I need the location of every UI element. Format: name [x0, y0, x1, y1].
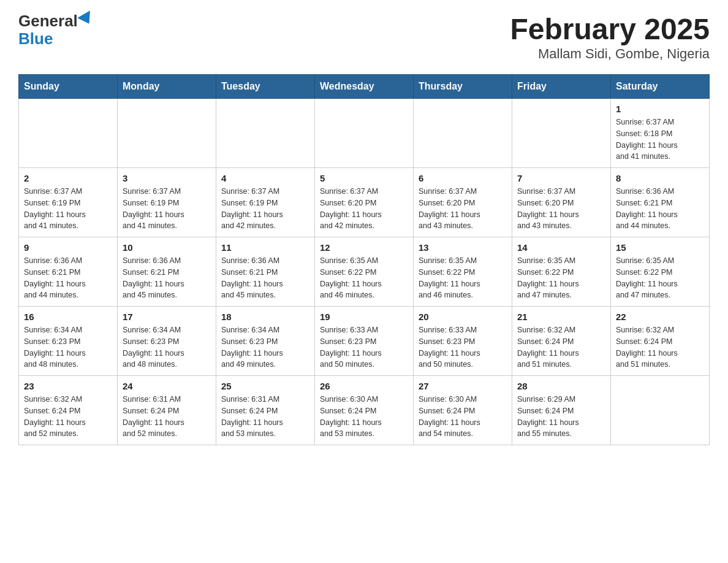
calendar-cell: 24Sunrise: 6:31 AMSunset: 6:24 PMDayligh…: [118, 376, 216, 445]
day-number: 10: [123, 242, 211, 253]
day-info: Sunrise: 6:36 AMSunset: 6:21 PMDaylight:…: [24, 255, 112, 301]
day-info: Sunrise: 6:34 AMSunset: 6:23 PMDaylight:…: [123, 324, 211, 370]
calendar-cell: 23Sunrise: 6:32 AMSunset: 6:24 PMDayligh…: [19, 376, 118, 445]
calendar-cell: 8Sunrise: 6:36 AMSunset: 6:21 PMDaylight…: [611, 168, 710, 237]
logo-general-text: General: [18, 12, 78, 30]
day-info: Sunrise: 6:37 AMSunset: 6:18 PMDaylight:…: [616, 117, 704, 163]
day-info: Sunrise: 6:35 AMSunset: 6:22 PMDaylight:…: [419, 255, 507, 301]
day-info: Sunrise: 6:32 AMSunset: 6:24 PMDaylight:…: [517, 324, 605, 370]
calendar-cell: 12Sunrise: 6:35 AMSunset: 6:22 PMDayligh…: [315, 237, 414, 307]
calendar-cell: [414, 99, 512, 168]
day-info: Sunrise: 6:32 AMSunset: 6:24 PMDaylight:…: [24, 394, 112, 440]
header-tuesday: Tuesday: [216, 75, 315, 99]
logo-triangle-icon: [77, 11, 96, 28]
header-sunday: Sunday: [19, 75, 118, 99]
location-subtitle: Mallam Sidi, Gombe, Nigeria: [510, 46, 710, 62]
day-number: 18: [221, 312, 309, 322]
week-row-4: 16Sunrise: 6:34 AMSunset: 6:23 PMDayligh…: [19, 307, 710, 376]
day-info: Sunrise: 6:35 AMSunset: 6:22 PMDaylight:…: [320, 255, 408, 301]
calendar-cell: 15Sunrise: 6:35 AMSunset: 6:22 PMDayligh…: [611, 237, 710, 307]
day-info: Sunrise: 6:29 AMSunset: 6:24 PMDaylight:…: [517, 394, 605, 440]
day-number: 21: [517, 312, 605, 322]
day-info: Sunrise: 6:34 AMSunset: 6:23 PMDaylight:…: [221, 324, 309, 370]
calendar-cell: 22Sunrise: 6:32 AMSunset: 6:24 PMDayligh…: [611, 307, 710, 376]
calendar-cell: [315, 99, 414, 168]
calendar-cell: 28Sunrise: 6:29 AMSunset: 6:24 PMDayligh…: [512, 376, 611, 445]
day-number: 28: [517, 381, 605, 391]
calendar-cell: 5Sunrise: 6:37 AMSunset: 6:20 PMDaylight…: [315, 168, 414, 237]
header-wednesday: Wednesday: [315, 75, 414, 99]
day-number: 9: [24, 242, 112, 253]
day-info: Sunrise: 6:31 AMSunset: 6:24 PMDaylight:…: [123, 394, 211, 440]
day-number: 4: [221, 173, 309, 183]
week-row-3: 9Sunrise: 6:36 AMSunset: 6:21 PMDaylight…: [19, 237, 710, 307]
day-number: 2: [24, 173, 112, 183]
day-number: 20: [419, 312, 507, 322]
day-number: 12: [320, 242, 408, 253]
day-info: Sunrise: 6:36 AMSunset: 6:21 PMDaylight:…: [616, 186, 704, 232]
day-number: 3: [123, 173, 211, 183]
day-number: 7: [517, 173, 605, 183]
calendar-cell: 6Sunrise: 6:37 AMSunset: 6:20 PMDaylight…: [414, 168, 512, 237]
calendar-cell: [216, 99, 315, 168]
day-info: Sunrise: 6:30 AMSunset: 6:24 PMDaylight:…: [419, 394, 507, 440]
calendar-cell: 25Sunrise: 6:31 AMSunset: 6:24 PMDayligh…: [216, 376, 315, 445]
header-monday: Monday: [118, 75, 216, 99]
calendar-cell: 26Sunrise: 6:30 AMSunset: 6:24 PMDayligh…: [315, 376, 414, 445]
header-thursday: Thursday: [414, 75, 512, 99]
calendar-cell: [19, 99, 118, 168]
calendar-title: February 2025: [510, 12, 710, 46]
header-friday: Friday: [512, 75, 611, 99]
day-info: Sunrise: 6:37 AMSunset: 6:19 PMDaylight:…: [123, 186, 211, 232]
calendar-cell: 10Sunrise: 6:36 AMSunset: 6:21 PMDayligh…: [118, 237, 216, 307]
calendar-cell: [611, 376, 710, 445]
day-info: Sunrise: 6:36 AMSunset: 6:21 PMDaylight:…: [123, 255, 211, 301]
day-info: Sunrise: 6:37 AMSunset: 6:19 PMDaylight:…: [24, 186, 112, 232]
day-number: 19: [320, 312, 408, 322]
logo: General Blue: [18, 12, 94, 47]
calendar-cell: 11Sunrise: 6:36 AMSunset: 6:21 PMDayligh…: [216, 237, 315, 307]
day-number: 11: [221, 242, 309, 253]
day-info: Sunrise: 6:33 AMSunset: 6:23 PMDaylight:…: [419, 324, 507, 370]
day-number: 25: [221, 381, 309, 391]
day-info: Sunrise: 6:37 AMSunset: 6:20 PMDaylight:…: [320, 186, 408, 232]
calendar-cell: [512, 99, 611, 168]
title-block: February 2025 Mallam Sidi, Gombe, Nigeri…: [510, 12, 710, 62]
calendar-cell: 20Sunrise: 6:33 AMSunset: 6:23 PMDayligh…: [414, 307, 512, 376]
calendar-cell: 17Sunrise: 6:34 AMSunset: 6:23 PMDayligh…: [118, 307, 216, 376]
page-header: General Blue February 2025 Mallam Sidi, …: [18, 12, 710, 62]
calendar-cell: 1Sunrise: 6:37 AMSunset: 6:18 PMDaylight…: [611, 99, 710, 168]
calendar-cell: 16Sunrise: 6:34 AMSunset: 6:23 PMDayligh…: [19, 307, 118, 376]
logo-blue-text: Blue: [18, 30, 94, 48]
header-saturday: Saturday: [611, 75, 710, 99]
day-info: Sunrise: 6:35 AMSunset: 6:22 PMDaylight:…: [517, 255, 605, 301]
calendar-cell: 4Sunrise: 6:37 AMSunset: 6:19 PMDaylight…: [216, 168, 315, 237]
calendar-cell: 27Sunrise: 6:30 AMSunset: 6:24 PMDayligh…: [414, 376, 512, 445]
day-number: 24: [123, 381, 211, 391]
calendar-table: Sunday Monday Tuesday Wednesday Thursday…: [18, 74, 710, 445]
calendar-body: 1Sunrise: 6:37 AMSunset: 6:18 PMDaylight…: [19, 99, 710, 445]
calendar-cell: 13Sunrise: 6:35 AMSunset: 6:22 PMDayligh…: [414, 237, 512, 307]
day-number: 15: [616, 242, 704, 253]
calendar-cell: 7Sunrise: 6:37 AMSunset: 6:20 PMDaylight…: [512, 168, 611, 237]
day-number: 26: [320, 381, 408, 391]
week-row-2: 2Sunrise: 6:37 AMSunset: 6:19 PMDaylight…: [19, 168, 710, 237]
calendar-cell: 19Sunrise: 6:33 AMSunset: 6:23 PMDayligh…: [315, 307, 414, 376]
week-row-1: 1Sunrise: 6:37 AMSunset: 6:18 PMDaylight…: [19, 99, 710, 168]
day-number: 1: [616, 104, 704, 114]
day-info: Sunrise: 6:37 AMSunset: 6:20 PMDaylight:…: [419, 186, 507, 232]
day-number: 13: [419, 242, 507, 253]
calendar-cell: 18Sunrise: 6:34 AMSunset: 6:23 PMDayligh…: [216, 307, 315, 376]
day-number: 17: [123, 312, 211, 322]
day-info: Sunrise: 6:30 AMSunset: 6:24 PMDaylight:…: [320, 394, 408, 440]
day-info: Sunrise: 6:32 AMSunset: 6:24 PMDaylight:…: [616, 324, 704, 370]
calendar-cell: 3Sunrise: 6:37 AMSunset: 6:19 PMDaylight…: [118, 168, 216, 237]
weekday-header-row: Sunday Monday Tuesday Wednesday Thursday…: [19, 75, 710, 99]
calendar-cell: 2Sunrise: 6:37 AMSunset: 6:19 PMDaylight…: [19, 168, 118, 237]
day-info: Sunrise: 6:35 AMSunset: 6:22 PMDaylight:…: [616, 255, 704, 301]
calendar-cell: 21Sunrise: 6:32 AMSunset: 6:24 PMDayligh…: [512, 307, 611, 376]
day-number: 8: [616, 173, 704, 183]
day-info: Sunrise: 6:36 AMSunset: 6:21 PMDaylight:…: [221, 255, 309, 301]
calendar-cell: [118, 99, 216, 168]
day-info: Sunrise: 6:34 AMSunset: 6:23 PMDaylight:…: [24, 324, 112, 370]
